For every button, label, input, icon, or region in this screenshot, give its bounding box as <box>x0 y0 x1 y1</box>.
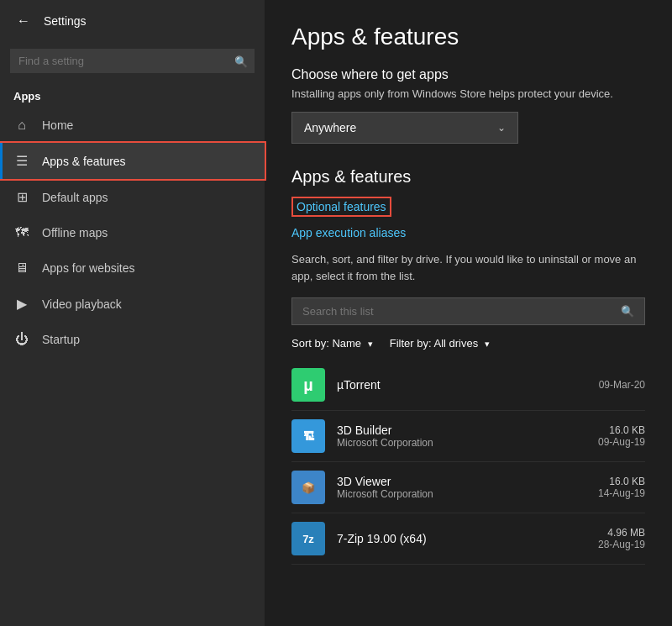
sidebar-item-video-playback[interactable]: ▶ Video playback <box>0 286 265 322</box>
sort-by-control[interactable]: Sort by: Name ▾ <box>291 337 373 350</box>
choose-desc: Installing apps only from Windows Store … <box>291 87 645 100</box>
app-size: 16.0 KB <box>598 476 645 487</box>
sidebar-item-apps-features[interactable]: ☰ Apps & features <box>0 143 265 179</box>
app-size: 16.0 KB <box>598 424 645 436</box>
app-date: 14-Aug-19 <box>598 487 645 499</box>
sidebar-item-default-apps-label: Default apps <box>42 191 108 204</box>
sidebar-item-offline-maps-label: Offline maps <box>42 226 108 239</box>
filter-by-value: All drives <box>433 337 478 350</box>
back-button[interactable]: ← <box>13 10 34 32</box>
app-meta: 09-Mar-20 <box>599 379 645 391</box>
app-meta: 4.96 MB28-Aug-19 <box>598 527 645 550</box>
search-list-box: 🔍 <box>291 297 645 325</box>
app-icon: 7z <box>291 522 325 555</box>
sidebar-header: ← Settings <box>0 0 265 42</box>
sidebar-section-label: Apps <box>0 80 265 108</box>
app-info: µTorrent <box>337 378 587 392</box>
app-size: 4.96 MB <box>598 527 645 539</box>
home-icon: ⌂ <box>13 118 30 133</box>
app-publisher: Microsoft Corporation <box>337 488 586 500</box>
sidebar-item-apps-websites-label: Apps for websites <box>42 261 135 275</box>
startup-icon: ⏻ <box>13 332 30 347</box>
app-icon: µ <box>291 368 325 402</box>
sidebar-title: Settings <box>44 14 87 28</box>
sort-chevron-icon: ▾ <box>368 339 373 349</box>
app-name: 7-Zip 19.00 (x64) <box>337 532 586 545</box>
app-publisher: Microsoft Corporation <box>337 437 586 449</box>
offline-maps-icon: 🗺 <box>13 225 30 240</box>
default-apps-icon: ⊞ <box>13 189 30 205</box>
sidebar-item-startup-label: Startup <box>42 333 80 346</box>
search-list-input[interactable] <box>302 305 614 318</box>
filter-chevron-icon: ▾ <box>485 339 490 349</box>
app-icon: 🏗 <box>291 419 325 453</box>
sidebar-item-home[interactable]: ⌂ Home <box>0 108 265 143</box>
app-meta: 16.0 KB14-Aug-19 <box>598 476 645 499</box>
find-setting-input[interactable] <box>10 49 255 73</box>
app-info: 3D BuilderMicrosoft Corporation <box>337 423 586 449</box>
app-name: 3D Builder <box>337 423 586 437</box>
search-list-icon: 🔍 <box>621 305 634 318</box>
list-item[interactable]: 7z7-Zip 19.00 (x64)4.96 MB28-Aug-19 <box>291 513 645 565</box>
page-title: Apps & features <box>291 24 645 50</box>
sidebar: ← Settings 🔍 Apps ⌂ Home ☰ Apps & featur… <box>0 0 265 626</box>
anywhere-dropdown[interactable]: Anywhere ⌄ <box>291 112 518 144</box>
sort-by-value: Name <box>332 337 361 350</box>
sort-filter-row: Sort by: Name ▾ Filter by: All drives ▾ <box>291 337 645 350</box>
list-item[interactable]: µµTorrent09-Mar-20 <box>291 360 645 411</box>
app-info: 7-Zip 19.00 (x64) <box>337 532 586 545</box>
app-name: µTorrent <box>337 378 587 392</box>
sidebar-item-apps-features-label: Apps & features <box>42 155 126 168</box>
sort-filter-description: Search, sort, and filter by drive. If yo… <box>291 251 645 284</box>
app-date: 09-Aug-19 <box>598 436 645 448</box>
apps-features-subheading: Apps & features <box>291 167 645 187</box>
filter-by-label: Filter by: <box>390 337 432 350</box>
apps-features-icon: ☰ <box>13 153 30 169</box>
search-box: 🔍 <box>10 49 255 73</box>
optional-features-link[interactable]: Optional features <box>291 197 391 217</box>
chevron-down-icon: ⌄ <box>497 122 506 134</box>
apps-websites-icon: 🖥 <box>13 260 30 276</box>
app-date: 09-Mar-20 <box>599 379 645 391</box>
app-execution-link[interactable]: App execution aliases <box>291 226 406 239</box>
list-item[interactable]: 📦3D ViewerMicrosoft Corporation16.0 KB14… <box>291 462 645 513</box>
app-info: 3D ViewerMicrosoft Corporation <box>337 475 586 500</box>
list-item[interactable]: 🏗3D BuilderMicrosoft Corporation16.0 KB0… <box>291 411 645 462</box>
sidebar-item-apps-websites[interactable]: 🖥 Apps for websites <box>0 250 265 286</box>
filter-by-control[interactable]: Filter by: All drives ▾ <box>390 337 490 350</box>
search-icon: 🔍 <box>234 55 248 67</box>
sidebar-item-video-playback-label: Video playback <box>42 297 122 311</box>
sidebar-item-startup[interactable]: ⏻ Startup <box>0 322 265 357</box>
sort-by-label: Sort by: <box>291 337 329 350</box>
choose-heading: Choose where to get apps <box>291 67 645 82</box>
sidebar-item-home-label: Home <box>42 118 73 132</box>
app-name: 3D Viewer <box>337 475 586 488</box>
app-icon: 📦 <box>291 471 325 504</box>
app-date: 28-Aug-19 <box>598 539 645 550</box>
video-playback-icon: ▶ <box>13 296 30 312</box>
main-content: Apps & features Choose where to get apps… <box>265 0 672 626</box>
app-meta: 16.0 KB09-Aug-19 <box>598 424 645 448</box>
sidebar-item-offline-maps[interactable]: 🗺 Offline maps <box>0 215 265 250</box>
app-list: µµTorrent09-Mar-20🏗3D BuilderMicrosoft C… <box>291 360 645 565</box>
dropdown-value: Anywhere <box>304 121 356 134</box>
sidebar-item-default-apps[interactable]: ⊞ Default apps <box>0 179 265 215</box>
